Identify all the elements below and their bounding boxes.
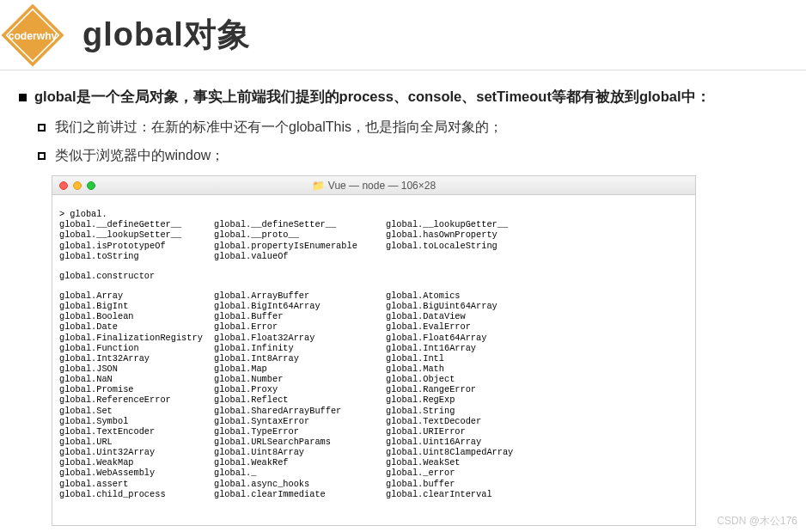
terminal-entry: global.Uint8Array xyxy=(214,447,386,457)
terminal-entry: global.Buffer xyxy=(214,311,386,321)
slide-content: global是一个全局对象，事实上前端我们提到的process、console、… xyxy=(0,70,806,526)
bullet-main: global是一个全局对象，事实上前端我们提到的process、console、… xyxy=(19,88,787,107)
terminal-entry: global.__lookupSetter__ xyxy=(59,229,214,240)
bullet-sub-1: 我们之前讲过：在新的标准中还有一个globalThis，也是指向全局对象的； xyxy=(38,119,787,137)
terminal-entry: global.String xyxy=(386,406,558,416)
terminal-entry: global.Int32Array xyxy=(59,353,214,364)
terminal-entry: global.__defineSetter__ xyxy=(214,219,386,229)
terminal-entry: global.URL xyxy=(59,437,214,447)
terminal-entry: global.DataView xyxy=(386,311,558,321)
terminal-column: global.Arrayglobal.BigIntglobal.Booleang… xyxy=(59,290,214,499)
terminal-entry: global.Uint8ClampedArray xyxy=(386,447,558,457)
terminal-entry: global.Int16Array xyxy=(386,343,558,353)
terminal-entry: global.Map xyxy=(214,364,386,374)
terminal-column: global.__defineSetter__global.__proto__g… xyxy=(214,219,386,261)
terminal-entry: global.buffer xyxy=(386,479,558,489)
terminal-entry: global.Set xyxy=(59,406,214,416)
terminal-entry: global.toLocaleString xyxy=(386,241,558,251)
terminal-entry: global.TextEncoder xyxy=(59,426,214,437)
terminal-entry: global.Object xyxy=(386,374,558,384)
terminal-line: global.constructor xyxy=(59,271,688,281)
terminal-entry: global.child_process xyxy=(59,489,214,499)
terminal-entry: global.Number xyxy=(214,374,386,384)
terminal-entry: global.ReferenceError xyxy=(59,394,214,405)
terminal-entry: global.__lookupGetter__ xyxy=(386,219,558,229)
terminal-entry: global.propertyIsEnumerable xyxy=(214,241,386,251)
terminal-entry: global.Atomics xyxy=(386,290,558,301)
svg-text:coderwhy: coderwhy xyxy=(9,29,58,41)
terminal-entry: global.WebAssembly xyxy=(59,468,214,478)
terminal-entry xyxy=(386,251,558,261)
terminal-entry: global.RegExp xyxy=(386,394,558,405)
terminal-entry: global.Intl xyxy=(386,353,558,364)
slide-header: coderwhy global对象 xyxy=(0,0,806,70)
terminal-entry: global.BigUint64Array xyxy=(386,301,558,311)
terminal-entry: global.Boolean xyxy=(59,311,214,321)
terminal-entry: global.assert xyxy=(59,479,214,489)
terminal-entry: global.ArrayBuffer xyxy=(214,290,386,301)
terminal-column: global.ArrayBufferglobal.BigInt64Arraygl… xyxy=(214,290,386,499)
terminal-entry: global._error xyxy=(386,468,558,478)
terminal-column: global.__defineGetter__global.__lookupSe… xyxy=(59,219,214,261)
terminal-entry: global.Error xyxy=(214,321,386,332)
terminal-entry: global.URIError xyxy=(386,426,558,437)
terminal-entry: global.SyntaxError xyxy=(214,416,386,426)
terminal-entry: global.FinalizationRegistry xyxy=(59,333,214,343)
terminal-titlebar: 📁 Vue — node — 106×28 xyxy=(52,176,695,195)
terminal-entry: global.TextDecoder xyxy=(386,416,558,426)
terminal-entry: global.Function xyxy=(59,343,214,353)
terminal-entry: global.Promise xyxy=(59,384,214,394)
terminal-entry: global.RangeError xyxy=(386,384,558,394)
terminal-entry: global.BigInt xyxy=(59,301,214,311)
terminal-entry: global._ xyxy=(214,468,386,478)
terminal-entry: global.Float32Array xyxy=(214,333,386,343)
coderwhy-logo: coderwhy xyxy=(0,3,65,68)
terminal-entry: global.JSON xyxy=(59,364,214,374)
terminal-entry: global.__defineGetter__ xyxy=(59,219,214,229)
terminal-entry: global.clearImmediate xyxy=(214,489,386,499)
terminal-entry: global.BigInt64Array xyxy=(214,301,386,311)
terminal-entry: global.isPrototypeOf xyxy=(59,241,214,251)
terminal-entry: global.Uint32Array xyxy=(59,447,214,457)
terminal-entry: global.Math xyxy=(386,364,558,374)
terminal-window: 📁 Vue — node — 106×28 > global.global.__… xyxy=(52,175,696,526)
terminal-entry: global.TypeError xyxy=(214,426,386,437)
terminal-entry: global.Infinity xyxy=(214,343,386,353)
terminal-entry: global.Int8Array xyxy=(214,353,386,364)
terminal-entry: global.NaN xyxy=(59,374,214,384)
terminal-entry: global.clearInterval xyxy=(386,489,558,499)
terminal-prompt: > global. xyxy=(59,209,688,219)
terminal-column: global.__lookupGetter__global.hasOwnProp… xyxy=(386,219,558,261)
terminal-entry: global.Uint16Array xyxy=(386,437,558,447)
terminal-entry: global.toString xyxy=(59,251,214,261)
terminal-entry: global.WeakSet xyxy=(386,457,558,468)
terminal-column: global.Atomicsglobal.BigUint64Arraygloba… xyxy=(386,290,558,499)
terminal-entry: global.WeakRef xyxy=(214,457,386,468)
watermark: CSDN @木公176 xyxy=(717,514,797,529)
terminal-title: Vue — node — 106×28 xyxy=(328,180,436,192)
terminal-entry: global.EvalError xyxy=(386,321,558,332)
terminal-entry: global.async_hooks xyxy=(214,479,386,489)
bullet-sub-2: 类似于浏览器中的window； xyxy=(38,147,787,165)
terminal-entry: global.Array xyxy=(59,290,214,301)
terminal-entry: global.URLSearchParams xyxy=(214,437,386,447)
terminal-entry: global.Symbol xyxy=(59,416,214,426)
terminal-entry: global.Reflect xyxy=(214,394,386,405)
folder-icon: 📁 xyxy=(312,180,325,192)
terminal-entry: global.SharedArrayBuffer xyxy=(214,406,386,416)
terminal-entry: global.valueOf xyxy=(214,251,386,261)
terminal-entry: global.Date xyxy=(59,321,214,332)
terminal-entry: global.hasOwnProperty xyxy=(386,229,558,240)
terminal-entry: global.Proxy xyxy=(214,384,386,394)
terminal-entry: global.__proto__ xyxy=(214,229,386,240)
page-title: global对象 xyxy=(82,13,251,57)
terminal-entry: global.Float64Array xyxy=(386,333,558,343)
terminal-body: > global.global.__defineGetter__global._… xyxy=(52,195,695,525)
terminal-entry: global.WeakMap xyxy=(59,457,214,468)
